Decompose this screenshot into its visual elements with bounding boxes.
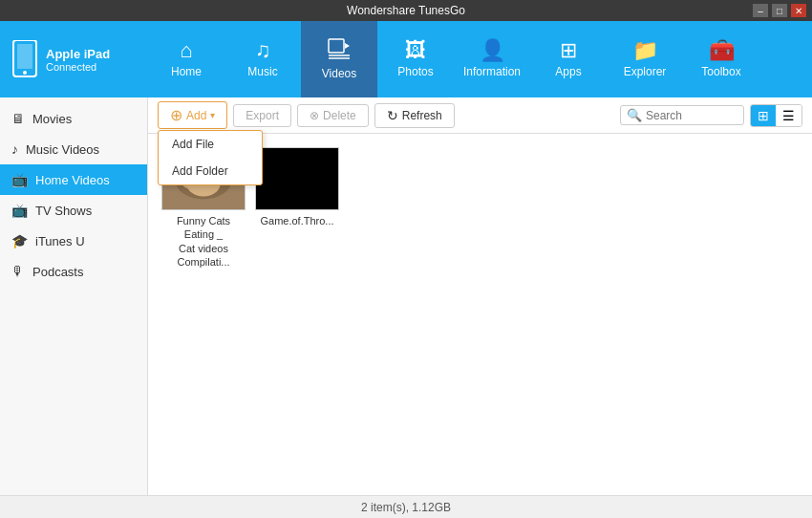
device-name: Apple iPad xyxy=(46,47,110,61)
file-thumb-2 xyxy=(255,147,339,210)
add-file-label: Add File xyxy=(172,138,214,151)
nav-music-label: Music xyxy=(247,65,277,78)
nav-item-apps[interactable]: ⊞ Apps xyxy=(530,21,607,97)
device-status: Connected xyxy=(46,61,110,73)
nav-item-information[interactable]: 👤 Information xyxy=(454,21,530,97)
minimize-button[interactable]: – xyxy=(753,4,768,17)
sidebar-item-itunes-u[interactable]: 🎓 iTunes U xyxy=(0,226,147,256)
svg-rect-1 xyxy=(17,44,32,69)
movies-icon: 🖥 xyxy=(11,111,25,126)
export-button[interactable]: Export xyxy=(233,104,291,127)
nav-items: ⌂ Home ♫ Music Videos 🖼 Photos 👤 I xyxy=(148,21,812,97)
nav-videos-label: Videos xyxy=(322,67,356,80)
sidebar-item-podcasts[interactable]: 🎙 Podcasts xyxy=(0,256,147,287)
nav-toolbox-label: Toolbox xyxy=(701,65,740,78)
apps-icon: ⊞ xyxy=(560,40,577,61)
nav-apps-label: Apps xyxy=(555,65,581,78)
add-button[interactable]: ⊕ Add ▾ xyxy=(158,101,227,129)
tv-shows-icon: 📺 xyxy=(11,203,28,218)
device-text: Apple iPad Connected xyxy=(46,47,110,73)
sidebar-podcasts-label: Podcasts xyxy=(32,265,83,279)
photos-icon: 🖼 xyxy=(405,40,426,61)
delete-icon: ⊗ xyxy=(310,109,319,122)
main-area: 🖥 Movies ♪ Music Videos 📺 Home Videos 📺 … xyxy=(0,97,812,495)
search-input[interactable] xyxy=(646,109,741,122)
nav-explorer-label: Explorer xyxy=(624,65,667,78)
itunes-u-icon: 🎓 xyxy=(11,233,28,248)
refresh-label: Refresh xyxy=(402,109,442,122)
list-view-button[interactable]: ☰ xyxy=(776,105,801,126)
window-controls: – □ ✕ xyxy=(753,4,806,17)
top-nav: Apple iPad Connected ⌂ Home ♫ Music Vide… xyxy=(0,21,812,97)
add-file-item[interactable]: Add File xyxy=(159,131,262,158)
sidebar-itunes-u-label: iTunes U xyxy=(35,234,85,248)
add-plus-icon: ⊕ xyxy=(170,106,182,124)
content-area: ⊕ Add ▾ Export ⊗ Delete ↻ Refresh Add Fi… xyxy=(148,97,812,495)
nav-photos-label: Photos xyxy=(397,65,433,78)
add-folder-label: Add Folder xyxy=(172,164,228,178)
nav-item-toolbox[interactable]: 🧰 Toolbox xyxy=(683,21,759,97)
files-grid: Funny Cats Eating _ Cat videos Compilati… xyxy=(148,134,812,495)
nav-information-label: Information xyxy=(463,65,521,78)
file-name-2: Game.of.Thro... xyxy=(260,214,333,227)
statusbar-text: 2 item(s), 1.12GB xyxy=(361,501,451,514)
svg-point-2 xyxy=(23,71,27,75)
grid-view-button[interactable]: ⊞ xyxy=(751,105,776,126)
sidebar-item-music-videos[interactable]: ♪ Music Videos xyxy=(0,134,147,164)
view-toggle: ⊞ ☰ xyxy=(750,104,802,127)
close-button[interactable]: ✕ xyxy=(791,4,806,17)
nav-item-explorer[interactable]: 📁 Explorer xyxy=(607,21,683,97)
videos-icon xyxy=(328,38,351,63)
information-icon: 👤 xyxy=(480,40,505,61)
nav-item-home[interactable]: ⌂ Home xyxy=(148,21,224,97)
explorer-icon: 📁 xyxy=(632,40,658,61)
sidebar-item-home-videos[interactable]: 📺 Home Videos xyxy=(0,164,147,195)
nav-home-label: Home xyxy=(171,65,202,78)
podcasts-icon: 🎙 xyxy=(11,264,25,279)
add-label: Add xyxy=(186,109,206,122)
add-chevron-icon: ▾ xyxy=(210,110,215,120)
sidebar-home-videos-label: Home Videos xyxy=(35,173,110,187)
sidebar-music-videos-label: Music Videos xyxy=(26,142,99,157)
delete-button[interactable]: ⊗ Delete xyxy=(297,104,369,127)
sidebar: 🖥 Movies ♪ Music Videos 📺 Home Videos 📺 … xyxy=(0,97,148,495)
refresh-icon: ↻ xyxy=(387,108,398,123)
sidebar-movies-label: Movies xyxy=(32,112,72,126)
refresh-button[interactable]: ↻ Refresh xyxy=(374,103,455,128)
search-icon: 🔍 xyxy=(627,108,642,122)
device-info: Apple iPad Connected xyxy=(0,40,148,78)
music-videos-icon: ♪ xyxy=(11,141,18,157)
toolbar: ⊕ Add ▾ Export ⊗ Delete ↻ Refresh Add Fi… xyxy=(148,97,812,134)
file-item-2[interactable]: Game.of.Thro... xyxy=(255,147,339,269)
delete-label: Delete xyxy=(323,109,356,122)
nav-item-music[interactable]: ♫ Music xyxy=(224,21,301,97)
device-icon xyxy=(11,40,38,78)
file-name-1: Funny Cats Eating _ Cat videos Compilati… xyxy=(161,214,246,269)
svg-rect-3 xyxy=(329,39,344,53)
app-title: Wondershare TunesGo xyxy=(347,4,465,17)
add-folder-item[interactable]: Add Folder xyxy=(159,158,262,184)
sidebar-tv-shows-label: TV Shows xyxy=(35,204,92,218)
nav-item-photos[interactable]: 🖼 Photos xyxy=(377,21,454,97)
titlebar: Wondershare TunesGo – □ ✕ xyxy=(0,0,812,21)
toolbox-icon: 🧰 xyxy=(709,40,735,61)
nav-item-videos[interactable]: Videos xyxy=(301,21,377,97)
statusbar: 2 item(s), 1.12GB xyxy=(0,495,812,518)
maximize-button[interactable]: □ xyxy=(772,4,787,17)
home-icon: ⌂ xyxy=(180,40,192,61)
home-videos-icon: 📺 xyxy=(11,172,28,187)
add-dropdown: Add File Add Folder xyxy=(158,130,263,185)
svg-marker-4 xyxy=(345,43,350,49)
sidebar-item-tv-shows[interactable]: 📺 TV Shows xyxy=(0,195,147,226)
export-label: Export xyxy=(246,109,279,122)
sidebar-item-movies[interactable]: 🖥 Movies xyxy=(0,103,147,134)
search-box: 🔍 xyxy=(620,105,744,125)
music-icon: ♫ xyxy=(255,40,271,61)
